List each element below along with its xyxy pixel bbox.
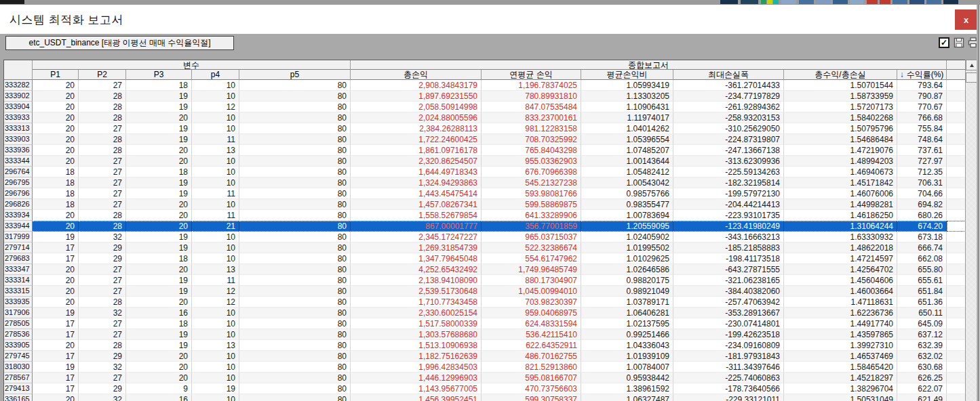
data-cell[interactable]: 2,024.88005596 (351, 112, 482, 123)
row-id-cell[interactable]: 296764 (4, 167, 33, 177)
data-cell[interactable]: 1.04336043 (581, 340, 673, 351)
data-cell[interactable]: -384.40382060 (673, 286, 784, 297)
data-cell[interactable]: -225.74060863 (673, 373, 784, 383)
data-cell[interactable]: 13 (192, 145, 239, 156)
data-cell[interactable]: 10 (192, 123, 239, 134)
data-cell[interactable]: 1,324.94293863 (351, 177, 482, 188)
data-cell[interactable]: 965.03715037 (482, 232, 581, 242)
data-cell[interactable]: 766.68 (897, 112, 947, 123)
data-cell[interactable]: 80 (239, 80, 351, 91)
data-cell[interactable]: 1.38296704 (784, 383, 897, 394)
data-cell[interactable]: 28 (79, 221, 126, 232)
close-button[interactable]: x (955, 9, 977, 30)
data-cell[interactable]: 632.39 (897, 340, 947, 351)
data-cell[interactable]: 27 (79, 156, 126, 167)
data-cell[interactable]: 1.63330932 (784, 232, 897, 242)
row-id-cell[interactable]: 296796 (4, 188, 33, 199)
data-cell[interactable]: 680.26 (897, 210, 947, 221)
data-cell[interactable]: 19 (126, 91, 192, 102)
data-cell[interactable]: 10 (192, 242, 239, 253)
row-id-cell[interactable]: 317999 (4, 232, 33, 242)
data-cell[interactable]: 80 (239, 329, 351, 340)
data-cell[interactable]: 2,320.86254507 (351, 156, 482, 167)
data-cell[interactable]: 20 (126, 362, 192, 373)
data-cell[interactable]: 27 (79, 167, 126, 177)
data-cell[interactable]: 626.25 (897, 373, 947, 383)
data-cell[interactable]: 10 (192, 199, 239, 210)
column-header-p5[interactable]: p5 (239, 70, 351, 80)
row-id-cell[interactable]: 279714 (4, 242, 33, 253)
data-cell[interactable]: 1,446.12996903 (351, 373, 482, 383)
data-cell[interactable]: 0.98575766 (581, 188, 673, 199)
data-cell[interactable]: 80 (239, 112, 351, 123)
data-cell[interactable]: 486.70162755 (482, 351, 581, 362)
column-header-max-drawdown[interactable]: 최대손실폭 (673, 70, 784, 80)
data-cell[interactable]: -234.09160809 (673, 340, 784, 351)
data-cell[interactable]: 1.06327487 (581, 394, 673, 401)
data-cell[interactable]: 20 (126, 351, 192, 362)
data-cell[interactable]: 624.48331594 (482, 318, 581, 329)
data-cell[interactable]: 1.45218297 (784, 373, 897, 383)
column-header-profit-factor[interactable]: 총수익/총손실 (784, 70, 897, 80)
data-cell[interactable]: 703.98230397 (482, 297, 581, 308)
data-cell[interactable]: 27 (79, 264, 126, 275)
data-cell[interactable]: 80 (239, 102, 351, 112)
data-cell[interactable]: 28 (79, 297, 126, 308)
data-cell[interactable]: 10 (192, 156, 239, 167)
data-cell[interactable]: 10 (192, 318, 239, 329)
data-cell[interactable]: 1.38961592 (581, 383, 673, 394)
scroll-up-button[interactable] (966, 60, 977, 70)
data-cell[interactable]: 1.47214597 (784, 253, 897, 264)
data-cell[interactable]: 622.64352911 (482, 340, 581, 351)
data-cell[interactable]: 27 (79, 80, 126, 91)
data-cell[interactable]: 12 (192, 102, 239, 112)
data-cell[interactable]: 1.01029625 (581, 253, 673, 264)
row-id-cell[interactable]: 333935 (4, 297, 33, 308)
data-cell[interactable]: 20 (126, 221, 192, 232)
data-cell[interactable]: 32 (79, 362, 126, 373)
data-cell[interactable]: 1.39927310 (784, 340, 897, 351)
row-id-cell[interactable]: 333944 (4, 221, 33, 232)
data-cell[interactable]: 821.52913860 (482, 362, 581, 373)
data-cell[interactable]: 2,058.50914998 (351, 102, 482, 112)
data-cell[interactable]: 1,143.95677005 (351, 383, 482, 394)
data-cell[interactable]: 20 (126, 264, 192, 275)
data-cell[interactable]: 13 (192, 264, 239, 275)
data-cell[interactable]: 1.43597865 (784, 329, 897, 340)
data-cell[interactable]: 1,996.42834503 (351, 362, 482, 373)
data-cell[interactable]: -123.41980249 (673, 221, 784, 232)
column-header-p3[interactable]: P3 (126, 70, 192, 80)
data-cell[interactable]: 19 (126, 286, 192, 297)
column-header-p1[interactable]: P1 (33, 70, 79, 80)
data-cell[interactable]: 1.11974017 (581, 112, 673, 123)
data-cell[interactable]: -225.59134263 (673, 167, 784, 177)
data-cell[interactable]: 10 (192, 253, 239, 264)
data-cell[interactable]: -643.27871555 (673, 264, 784, 275)
data-cell[interactable]: 20 (33, 91, 79, 102)
data-cell[interactable]: -198.41173518 (673, 253, 784, 264)
data-cell[interactable]: 748.64 (897, 134, 947, 145)
data-cell[interactable]: 1,861.09716178 (351, 145, 482, 156)
data-cell[interactable]: 470.73756603 (482, 383, 581, 394)
data-cell[interactable]: 11 (192, 275, 239, 286)
data-cell[interactable]: -181.97931843 (673, 351, 784, 362)
data-cell[interactable]: 10 (192, 308, 239, 318)
data-cell[interactable]: 19 (126, 102, 192, 112)
data-cell[interactable]: 880.17304907 (482, 275, 581, 286)
data-cell[interactable]: 80 (239, 242, 351, 253)
data-cell[interactable]: 19 (33, 232, 79, 242)
row-id-cell[interactable]: 318030 (4, 362, 33, 373)
data-cell[interactable]: 1,897.69231550 (351, 91, 482, 102)
data-cell[interactable]: 20 (126, 145, 192, 156)
row-id-cell[interactable]: 296826 (4, 199, 33, 210)
data-cell[interactable]: 80 (239, 145, 351, 156)
data-cell[interactable]: 80 (239, 91, 351, 102)
data-cell[interactable]: 80 (239, 373, 351, 383)
data-cell[interactable]: 637.12 (897, 329, 947, 340)
data-cell[interactable]: 20 (33, 112, 79, 123)
data-cell[interactable]: -224.87319807 (673, 134, 784, 145)
data-cell[interactable]: 10 (192, 351, 239, 362)
data-cell[interactable]: 1.57207173 (784, 102, 897, 112)
data-cell[interactable]: 599.58869875 (482, 199, 581, 210)
data-cell[interactable]: 19 (126, 242, 192, 253)
